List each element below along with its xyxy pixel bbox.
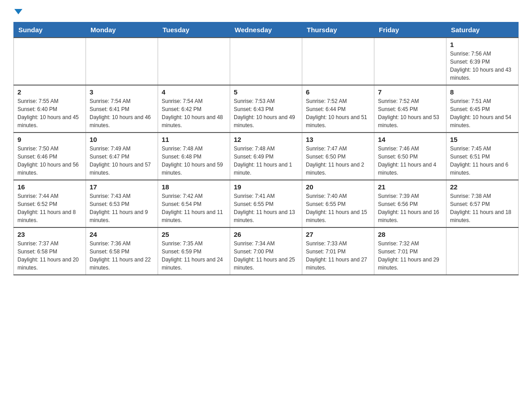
day-number: 10 xyxy=(90,136,154,143)
calendar-week-row: 1Sunrise: 7:56 AM Sunset: 6:39 PM Daylig… xyxy=(14,38,519,85)
day-number: 11 xyxy=(162,136,226,143)
calendar-cell: 10Sunrise: 7:49 AM Sunset: 6:47 PM Dayli… xyxy=(86,133,158,180)
calendar-header-row: SundayMondayTuesdayWednesdayThursdayFrid… xyxy=(14,22,519,38)
day-number: 28 xyxy=(378,231,442,238)
day-info: Sunrise: 7:44 AM Sunset: 6:52 PM Dayligh… xyxy=(17,192,82,224)
day-number: 7 xyxy=(378,88,442,96)
calendar-cell: 11Sunrise: 7:48 AM Sunset: 6:48 PM Dayli… xyxy=(158,133,230,180)
day-number: 20 xyxy=(306,183,370,191)
day-number: 6 xyxy=(306,88,370,96)
day-info: Sunrise: 7:40 AM Sunset: 6:55 PM Dayligh… xyxy=(306,192,370,224)
calendar-cell: 12Sunrise: 7:48 AM Sunset: 6:49 PM Dayli… xyxy=(230,133,302,180)
calendar-cell xyxy=(86,38,158,85)
day-info: Sunrise: 7:32 AM Sunset: 7:01 PM Dayligh… xyxy=(378,240,442,272)
day-number: 26 xyxy=(234,231,298,238)
day-number: 25 xyxy=(162,231,226,238)
day-info: Sunrise: 7:38 AM Sunset: 6:57 PM Dayligh… xyxy=(450,192,515,224)
calendar-cell: 15Sunrise: 7:45 AM Sunset: 6:51 PM Dayli… xyxy=(446,133,519,180)
day-number: 24 xyxy=(90,231,154,238)
calendar-cell: 24Sunrise: 7:36 AM Sunset: 6:58 PM Dayli… xyxy=(86,227,158,275)
day-number: 22 xyxy=(450,183,515,191)
calendar-cell: 27Sunrise: 7:33 AM Sunset: 7:01 PM Dayli… xyxy=(302,227,374,275)
day-of-week-header: Monday xyxy=(86,22,158,38)
day-of-week-header: Sunday xyxy=(14,22,86,38)
day-number: 23 xyxy=(17,231,82,238)
calendar-cell: 6Sunrise: 7:52 AM Sunset: 6:44 PM Daylig… xyxy=(302,85,374,133)
day-number: 18 xyxy=(162,183,226,191)
calendar-cell: 26Sunrise: 7:34 AM Sunset: 7:00 PM Dayli… xyxy=(230,227,302,275)
calendar-cell: 3Sunrise: 7:54 AM Sunset: 6:41 PM Daylig… xyxy=(86,85,158,133)
day-info: Sunrise: 7:52 AM Sunset: 6:44 PM Dayligh… xyxy=(306,97,370,129)
calendar-cell: 13Sunrise: 7:47 AM Sunset: 6:50 PM Dayli… xyxy=(302,133,374,180)
day-info: Sunrise: 7:48 AM Sunset: 6:48 PM Dayligh… xyxy=(162,145,226,177)
day-of-week-header: Friday xyxy=(374,22,446,38)
day-info: Sunrise: 7:55 AM Sunset: 6:40 PM Dayligh… xyxy=(17,97,82,129)
day-number: 8 xyxy=(450,88,515,96)
day-number: 27 xyxy=(306,231,370,238)
calendar-cell: 4Sunrise: 7:54 AM Sunset: 6:42 PM Daylig… xyxy=(158,85,230,133)
day-info: Sunrise: 7:39 AM Sunset: 6:56 PM Dayligh… xyxy=(378,192,442,224)
calendar-cell: 5Sunrise: 7:53 AM Sunset: 6:43 PM Daylig… xyxy=(230,85,302,133)
day-number: 4 xyxy=(162,88,226,96)
calendar-cell: 22Sunrise: 7:38 AM Sunset: 6:57 PM Dayli… xyxy=(446,180,519,227)
day-number: 12 xyxy=(234,136,298,143)
day-info: Sunrise: 7:41 AM Sunset: 6:55 PM Dayligh… xyxy=(234,192,298,224)
day-number: 21 xyxy=(378,183,442,191)
day-info: Sunrise: 7:47 AM Sunset: 6:50 PM Dayligh… xyxy=(306,145,370,177)
calendar-cell xyxy=(230,38,302,85)
calendar-cell: 16Sunrise: 7:44 AM Sunset: 6:52 PM Dayli… xyxy=(14,180,86,227)
calendar-week-row: 23Sunrise: 7:37 AM Sunset: 6:58 PM Dayli… xyxy=(14,227,519,275)
calendar-cell: 28Sunrise: 7:32 AM Sunset: 7:01 PM Dayli… xyxy=(374,227,446,275)
day-number: 17 xyxy=(90,183,154,191)
day-info: Sunrise: 7:36 AM Sunset: 6:58 PM Dayligh… xyxy=(90,240,154,272)
day-info: Sunrise: 7:52 AM Sunset: 6:45 PM Dayligh… xyxy=(378,97,442,129)
day-of-week-header: Saturday xyxy=(446,22,519,38)
day-info: Sunrise: 7:48 AM Sunset: 6:49 PM Dayligh… xyxy=(234,145,298,177)
day-number: 15 xyxy=(450,136,515,143)
day-info: Sunrise: 7:34 AM Sunset: 7:00 PM Dayligh… xyxy=(234,240,298,272)
day-number: 13 xyxy=(306,136,370,143)
day-info: Sunrise: 7:54 AM Sunset: 6:41 PM Dayligh… xyxy=(90,97,154,129)
calendar-week-row: 16Sunrise: 7:44 AM Sunset: 6:52 PM Dayli… xyxy=(14,180,519,227)
day-info: Sunrise: 7:33 AM Sunset: 7:01 PM Dayligh… xyxy=(306,240,370,272)
calendar-cell xyxy=(374,38,446,85)
logo xyxy=(13,9,22,15)
calendar-cell xyxy=(158,38,230,85)
day-info: Sunrise: 7:54 AM Sunset: 6:42 PM Dayligh… xyxy=(162,97,226,129)
day-info: Sunrise: 7:45 AM Sunset: 6:51 PM Dayligh… xyxy=(450,145,515,177)
day-info: Sunrise: 7:35 AM Sunset: 6:59 PM Dayligh… xyxy=(162,240,226,272)
day-of-week-header: Tuesday xyxy=(158,22,230,38)
day-info: Sunrise: 7:50 AM Sunset: 6:46 PM Dayligh… xyxy=(17,145,82,177)
calendar-table: SundayMondayTuesdayWednesdayThursdayFrid… xyxy=(13,22,519,275)
day-info: Sunrise: 7:49 AM Sunset: 6:47 PM Dayligh… xyxy=(90,145,154,177)
day-info: Sunrise: 7:43 AM Sunset: 6:53 PM Dayligh… xyxy=(90,192,154,224)
calendar-cell: 18Sunrise: 7:42 AM Sunset: 6:54 PM Dayli… xyxy=(158,180,230,227)
day-number: 1 xyxy=(450,41,515,48)
day-number: 19 xyxy=(234,183,298,191)
calendar-cell xyxy=(14,38,86,85)
day-number: 5 xyxy=(234,88,298,96)
day-number: 14 xyxy=(378,136,442,143)
day-info: Sunrise: 7:37 AM Sunset: 6:58 PM Dayligh… xyxy=(17,240,82,272)
day-number: 3 xyxy=(90,88,154,96)
day-info: Sunrise: 7:53 AM Sunset: 6:43 PM Dayligh… xyxy=(234,97,298,129)
page-header xyxy=(13,9,519,15)
calendar-cell: 25Sunrise: 7:35 AM Sunset: 6:59 PM Dayli… xyxy=(158,227,230,275)
calendar-cell: 2Sunrise: 7:55 AM Sunset: 6:40 PM Daylig… xyxy=(14,85,86,133)
calendar-cell: 7Sunrise: 7:52 AM Sunset: 6:45 PM Daylig… xyxy=(374,85,446,133)
calendar-week-row: 2Sunrise: 7:55 AM Sunset: 6:40 PM Daylig… xyxy=(14,85,519,133)
calendar-week-row: 9Sunrise: 7:50 AM Sunset: 6:46 PM Daylig… xyxy=(14,133,519,180)
calendar-cell: 20Sunrise: 7:40 AM Sunset: 6:55 PM Dayli… xyxy=(302,180,374,227)
calendar-cell: 9Sunrise: 7:50 AM Sunset: 6:46 PM Daylig… xyxy=(14,133,86,180)
day-number: 16 xyxy=(17,183,82,191)
calendar-cell: 8Sunrise: 7:51 AM Sunset: 6:45 PM Daylig… xyxy=(446,85,519,133)
day-of-week-header: Thursday xyxy=(302,22,374,38)
day-info: Sunrise: 7:56 AM Sunset: 6:39 PM Dayligh… xyxy=(450,50,515,82)
calendar-cell xyxy=(446,227,519,275)
calendar-cell xyxy=(302,38,374,85)
day-number: 2 xyxy=(17,88,82,96)
calendar-cell: 14Sunrise: 7:46 AM Sunset: 6:50 PM Dayli… xyxy=(374,133,446,180)
day-info: Sunrise: 7:42 AM Sunset: 6:54 PM Dayligh… xyxy=(162,192,226,224)
day-info: Sunrise: 7:46 AM Sunset: 6:50 PM Dayligh… xyxy=(378,145,442,177)
calendar-cell: 21Sunrise: 7:39 AM Sunset: 6:56 PM Dayli… xyxy=(374,180,446,227)
